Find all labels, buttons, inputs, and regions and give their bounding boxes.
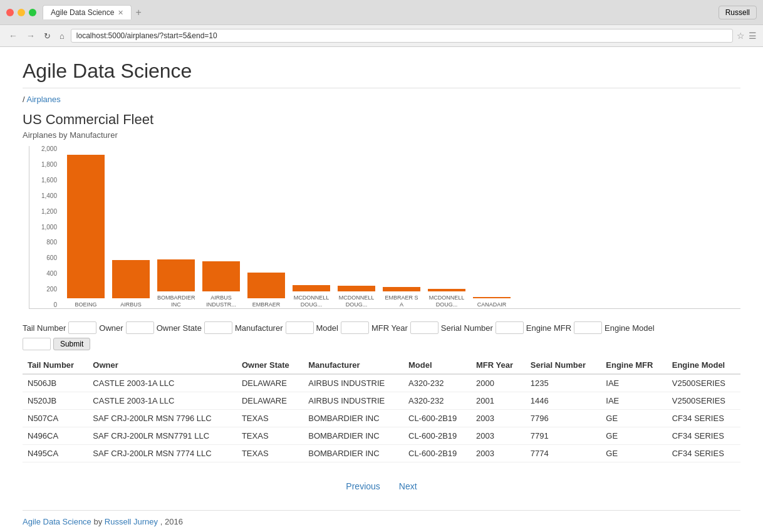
bar-group-1: AIRBUS bbox=[112, 260, 150, 308]
engine-model-input[interactable] bbox=[23, 338, 51, 350]
filter-row-2: Submit bbox=[23, 338, 740, 350]
tail-number-label: Tail Number bbox=[23, 323, 66, 333]
table-cell-3-7: GE bbox=[601, 427, 667, 445]
menu-button[interactable]: ☰ bbox=[749, 31, 757, 41]
y-label-1600: 1,600 bbox=[29, 177, 61, 184]
bar-3 bbox=[202, 261, 240, 291]
table-cell-1-3: AIRBUS INDUSTRIE bbox=[303, 392, 403, 410]
page-title: Agile Data Science bbox=[23, 60, 740, 83]
minimize-button[interactable] bbox=[18, 9, 25, 16]
y-label-1800: 1,800 bbox=[29, 162, 61, 168]
mfr-year-input[interactable] bbox=[410, 321, 439, 334]
home-button[interactable]: ⌂ bbox=[57, 30, 67, 42]
y-label-0: 0 bbox=[29, 302, 61, 308]
next-link[interactable]: Next bbox=[399, 481, 417, 491]
owner-label: Owner bbox=[99, 323, 123, 333]
chart-container: 0 200 400 600 800 1,000 1,200 1,400 1,60… bbox=[23, 146, 740, 309]
col-owner-state: Owner State bbox=[237, 357, 303, 374]
table-cell-1-1: CASTLE 2003-1A LLC bbox=[88, 392, 237, 410]
table-cell-0-8: V2500SERIES bbox=[667, 374, 740, 392]
address-bar[interactable] bbox=[71, 29, 733, 43]
bar-label-1: AIRBUS bbox=[112, 301, 150, 308]
tab-title: Agile Data Science bbox=[51, 8, 114, 17]
model-input[interactable] bbox=[341, 321, 369, 334]
bar-label-7: EMBRAER S A bbox=[383, 295, 420, 308]
bookmark-button[interactable]: ☆ bbox=[737, 31, 745, 41]
bars-wrapper: BOEINGAIRBUSBOMBARDIER INCAIRBUS INDUSTR… bbox=[61, 146, 740, 308]
browser-chrome: Agile Data Science ✕ + Russell ← → ↻ ⌂ ☆… bbox=[0, 0, 763, 47]
tail-number-input[interactable] bbox=[68, 321, 96, 334]
table-cell-2-7: GE bbox=[601, 410, 667, 427]
col-model: Model bbox=[403, 357, 471, 374]
bar-label-6: MCDONNELL DOUG... bbox=[338, 295, 375, 308]
tab-close-icon[interactable]: ✕ bbox=[118, 9, 123, 17]
table-cell-0-2: DELAWARE bbox=[237, 374, 303, 392]
active-tab[interactable]: Agile Data Science ✕ bbox=[43, 5, 132, 19]
table-cell-0-5: 2000 bbox=[471, 374, 526, 392]
y-label-1000: 1,000 bbox=[29, 224, 61, 231]
table-cell-2-6: 7796 bbox=[526, 410, 601, 427]
table-cell-4-4: CL-600-2B19 bbox=[403, 445, 471, 462]
engine-mfr-input[interactable] bbox=[574, 321, 602, 334]
table-cell-1-0: N520JB bbox=[23, 392, 88, 410]
table-cell-4-8: CF34 SERIES bbox=[667, 445, 740, 462]
table-cell-1-5: 2001 bbox=[471, 392, 526, 410]
browser-toolbar: ← → ↻ ⌂ ☆ ☰ bbox=[0, 25, 763, 46]
table-row: N507CASAF CRJ-200LR MSN 7796 LLCTEXASBOM… bbox=[23, 410, 740, 427]
table-cell-3-6: 7791 bbox=[526, 427, 601, 445]
bar-group-0: BOEING bbox=[67, 155, 105, 308]
table-cell-0-0: N506JB bbox=[23, 374, 88, 392]
new-tab-button[interactable]: + bbox=[132, 6, 145, 19]
table-cell-4-1: SAF CRJ-200LR MSN 7774 LLC bbox=[88, 445, 237, 462]
table-cell-1-4: A320-232 bbox=[403, 392, 471, 410]
y-label-200: 200 bbox=[29, 286, 61, 293]
table-cell-0-1: CASTLE 2003-1A LLC bbox=[88, 374, 237, 392]
table-cell-3-8: CF34 SERIES bbox=[667, 427, 740, 445]
serial-number-label: Serial Number bbox=[441, 323, 493, 333]
bar-group-6: MCDONNELL DOUG... bbox=[338, 286, 375, 308]
table-cell-2-3: BOMBARDIER INC bbox=[303, 410, 403, 427]
bar-group-8: MCDONNELL DOUG... bbox=[428, 289, 465, 308]
col-serial-number: Serial Number bbox=[526, 357, 601, 374]
table-cell-4-7: GE bbox=[601, 445, 667, 462]
owner-input[interactable] bbox=[126, 321, 154, 334]
table-cell-4-2: TEXAS bbox=[237, 445, 303, 462]
table-cell-2-2: TEXAS bbox=[237, 410, 303, 427]
engine-model-label: Engine Model bbox=[605, 323, 655, 333]
owner-state-input[interactable] bbox=[204, 321, 232, 334]
previous-link[interactable]: Previous bbox=[346, 481, 380, 491]
footer-site-link[interactable]: Agile Data Science bbox=[23, 517, 91, 526]
owner-state-label: Owner State bbox=[157, 323, 202, 333]
table-cell-0-4: A320-232 bbox=[403, 374, 471, 392]
forward-button[interactable]: → bbox=[24, 29, 38, 42]
breadcrumb-separator: / bbox=[23, 95, 25, 104]
close-button[interactable] bbox=[6, 9, 14, 16]
browser-titlebar: Agile Data Science ✕ + Russell bbox=[0, 0, 763, 25]
col-engine-mfr: Engine MFR bbox=[601, 357, 667, 374]
table-cell-0-7: IAE bbox=[601, 374, 667, 392]
chart-label: Airplanes by Manufacturer bbox=[23, 130, 740, 140]
serial-number-input[interactable] bbox=[496, 321, 524, 334]
bar-label-0: BOEING bbox=[67, 301, 105, 308]
refresh-button[interactable]: ↻ bbox=[41, 30, 53, 42]
bar-6 bbox=[338, 286, 375, 291]
bar-group-5: MCDONNELL DOUG... bbox=[293, 285, 330, 308]
maximize-button[interactable] bbox=[29, 9, 36, 16]
back-button[interactable]: ← bbox=[6, 29, 20, 42]
table-cell-0-6: 1235 bbox=[526, 374, 601, 392]
footer-author-link[interactable]: Russell Jurney bbox=[105, 517, 158, 526]
table-cell-1-2: DELAWARE bbox=[237, 392, 303, 410]
submit-button[interactable]: Submit bbox=[53, 338, 90, 350]
user-button[interactable]: Russell bbox=[719, 6, 757, 19]
engine-mfr-label: Engine MFR bbox=[526, 323, 571, 333]
y-label-2000: 2,000 bbox=[29, 146, 61, 152]
table-cell-0-3: AIRBUS INDUSTRIE bbox=[303, 374, 403, 392]
table-cell-4-0: N495CA bbox=[23, 445, 88, 462]
table-cell-2-1: SAF CRJ-200LR MSN 7796 LLC bbox=[88, 410, 237, 427]
bar-7 bbox=[383, 287, 420, 291]
bar-label-2: BOMBARDIER INC bbox=[157, 295, 195, 308]
breadcrumb-link[interactable]: Airplanes bbox=[27, 95, 61, 104]
manufacturer-input[interactable] bbox=[286, 321, 314, 334]
table-cell-3-5: 2003 bbox=[471, 427, 526, 445]
table-row: N520JBCASTLE 2003-1A LLCDELAWAREAIRBUS I… bbox=[23, 392, 740, 410]
